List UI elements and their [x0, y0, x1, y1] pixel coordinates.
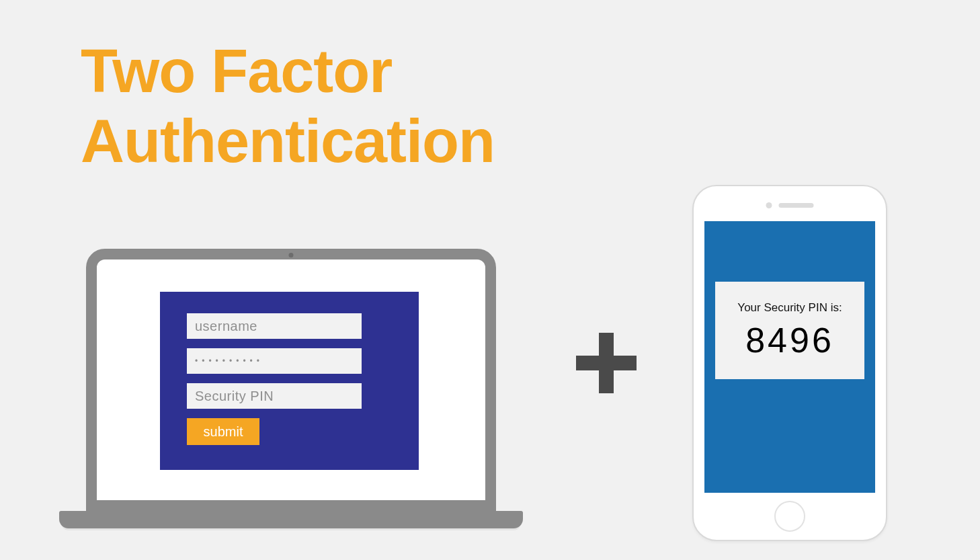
title-line2: Authentication: [81, 107, 495, 177]
username-input[interactable]: [187, 313, 362, 339]
title-line1: Two Factor: [81, 37, 495, 107]
pin-value: 8496: [745, 320, 834, 360]
page-title: Two Factor Authentication: [81, 37, 495, 176]
laptop-camera-icon: [289, 253, 294, 257]
login-form: submit: [160, 292, 419, 470]
laptop-illustration: submit: [73, 249, 509, 528]
plus-icon: [576, 333, 637, 393]
password-input[interactable]: [187, 348, 362, 374]
laptop-base: [59, 511, 523, 528]
phone-screen: Your Security PIN is: 8496: [704, 221, 875, 493]
phone-illustration: Your Security PIN is: 8496: [692, 185, 887, 541]
phone-camera-icon: [766, 202, 772, 208]
submit-button[interactable]: submit: [187, 418, 259, 445]
pin-card: Your Security PIN is: 8496: [715, 282, 864, 379]
laptop-lid: submit: [86, 249, 496, 511]
pin-label: Your Security PIN is:: [737, 301, 842, 315]
phone-earpiece: [766, 202, 814, 208]
phone-home-button-icon: [774, 501, 805, 532]
security-pin-input[interactable]: [187, 383, 362, 409]
phone-speaker-icon: [779, 203, 814, 208]
